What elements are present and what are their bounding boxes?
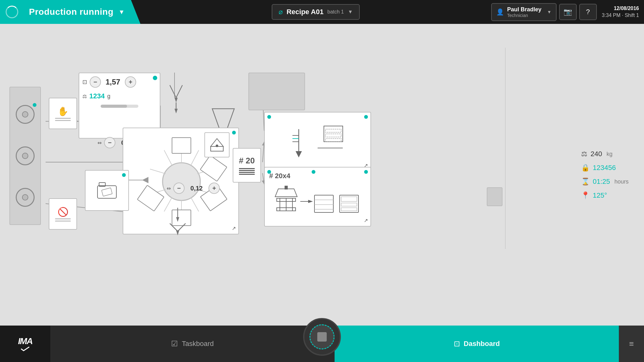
svg-rect-67: [340, 195, 358, 212]
header-logo: [0, 0, 24, 24]
ima-logo-text: IMA: [18, 336, 32, 346]
main-content: ✋ 🚫 ⊡ − 1,57 + ⚖ 1234 g: [0, 24, 644, 326]
svg-rect-26: [172, 138, 191, 153]
weight-icon: ⚖: [82, 93, 87, 99]
checkweigher-icon: [209, 137, 225, 153]
svg-rect-49: [325, 129, 341, 132]
speed-decrease-button[interactable]: −: [104, 137, 115, 148]
hand-icon: ✋: [58, 106, 69, 117]
carousel-expand-button[interactable]: ↗: [232, 225, 236, 231]
datetime-area: 12/08/2016 3:34 PM · Shift 1: [599, 5, 639, 19]
title-dropdown-icon[interactable]: ▼: [119, 8, 125, 16]
op-line-1: [55, 118, 71, 119]
weight-unit: g: [107, 93, 110, 100]
user-info: Paul Bradley Technician: [507, 6, 541, 18]
hamburger-icon: ≡: [629, 339, 634, 349]
user-selector[interactable]: 👤 Paul Bradley Technician ▼: [491, 3, 557, 21]
bottom-conveyor-area: [157, 203, 198, 244]
svg-rect-50: [325, 134, 341, 137]
header-right: 👤 Paul Bradley Technician ▼ 📷 ? 12/08/20…: [491, 3, 644, 21]
speed-arrows-icon: ⇔: [97, 140, 102, 146]
svg-rect-40: [97, 186, 116, 198]
rm2-expand-button[interactable]: ↗: [364, 217, 368, 223]
svg-rect-51: [325, 139, 341, 142]
checkweigher-box[interactable]: [204, 132, 230, 157]
counter-line-2: [239, 170, 255, 171]
feeder-value: 1,57: [103, 78, 122, 86]
recipe-name: Recipe A01: [286, 8, 324, 16]
top-conveyor-area: [160, 68, 192, 131]
feeder-controls: − 1,57 +: [90, 76, 136, 88]
stat-timer-unit: hours: [614, 178, 629, 185]
help-button[interactable]: ?: [579, 4, 597, 20]
svg-rect-69: [341, 203, 357, 206]
op-bottom-line-1: [55, 218, 71, 219]
feeder-gauge-fill: [101, 105, 127, 108]
logo-spinner-icon: [6, 6, 18, 18]
rm2-icons-svg: [274, 183, 362, 220]
stat-location: 📍 125°: [581, 191, 638, 200]
stat-timer: ⌛ 01:25 hours: [581, 178, 638, 186]
weight-row: ⚖ 1234 g: [82, 90, 157, 102]
separator-line: [505, 48, 506, 249]
right-machine-top[interactable]: ↗: [264, 112, 371, 172]
taskboard-button[interactable]: ☑ Taskboard: [50, 326, 335, 362]
rm2-counter-label: # 20x4: [269, 172, 290, 180]
recipe-selector[interactable]: ⌀ Recipe A01 batch 1 ▼: [272, 4, 360, 20]
feeder-decrease-button[interactable]: −: [90, 76, 101, 88]
bottom-speed-control: ⇔ − 0,12 +: [167, 183, 220, 194]
hopper-box: [248, 73, 305, 110]
stat-timer-value: 01:25: [593, 178, 610, 186]
camera-button[interactable]: 📷: [559, 4, 577, 20]
center-stop-icon: [317, 332, 327, 342]
menu-button[interactable]: ≡: [619, 326, 644, 362]
svg-rect-42: [102, 188, 112, 196]
feeder-top: ⊡ − 1,57 +: [82, 76, 157, 88]
bottom-speed-arrows-icon: ⇔: [167, 185, 171, 191]
page-title: Production running: [29, 7, 114, 17]
svg-line-24: [150, 169, 166, 174]
time-display: 3:34 PM · Shift 1: [602, 12, 639, 19]
user-role: Technician: [507, 13, 541, 18]
right-machine-bottom[interactable]: # 20x4: [264, 167, 371, 227]
no-hand-icon: 🚫: [58, 207, 69, 217]
recipe-dropdown-icon: ▼: [348, 9, 353, 15]
rm1-status-dot-tl: [267, 115, 271, 119]
help-icon: ?: [586, 8, 590, 16]
roller-mid-inner: [22, 153, 28, 159]
camera-icon: 📷: [564, 8, 572, 16]
dashboard-button[interactable]: ⊡ Dashboard: [335, 326, 619, 362]
carousel-status-dot: [232, 131, 236, 134]
left-roller-panel: [9, 87, 41, 225]
center-nav-button[interactable]: [303, 318, 341, 356]
op-station-bottom[interactable]: 🚫: [49, 198, 77, 230]
bottom-funnel-svg: [165, 208, 190, 239]
counter-line-4: [239, 174, 255, 175]
stat-timer-icon: ⌛: [581, 178, 590, 186]
center-nav-inner: [309, 324, 335, 349]
feeder-gauge: [101, 105, 138, 108]
roller-top-inner: [22, 111, 28, 118]
counter-line-1: [239, 168, 255, 169]
date-display: 12/08/2016: [602, 5, 639, 12]
reject-status-dot: [122, 173, 126, 177]
footer-logo: IMA: [0, 326, 50, 362]
header-center: ⌀ Recipe A01 batch 1 ▼: [141, 4, 491, 20]
svg-line-8: [170, 85, 176, 98]
svg-line-25: [164, 150, 172, 165]
reject-box[interactable]: [85, 170, 129, 211]
svg-rect-33: [211, 146, 223, 151]
op-line-2: [55, 120, 71, 121]
stat-weight: ⚖ 240 kg: [581, 150, 638, 158]
camera-machine-icon: [96, 181, 118, 200]
feeder-increase-button[interactable]: +: [125, 76, 136, 88]
op-station-top[interactable]: ✋: [49, 98, 77, 129]
bottom-speed-increase-button[interactable]: +: [208, 183, 220, 194]
stat-location-value: 125°: [593, 191, 607, 200]
roller-bottom-inner: [22, 194, 28, 200]
bottom-speed-decrease-button[interactable]: −: [173, 183, 185, 194]
roller-top: [16, 105, 35, 124]
user-dropdown-icon: ▼: [547, 9, 552, 14]
footer: IMA ☑ Taskboard ⊡ Dashboard ≡: [0, 326, 644, 362]
svg-point-34: [216, 145, 218, 147]
